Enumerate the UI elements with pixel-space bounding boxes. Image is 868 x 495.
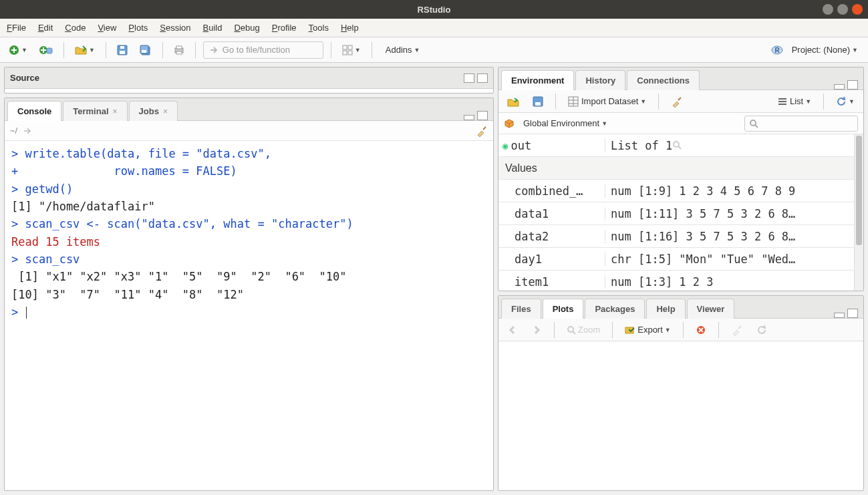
plot-prev-button[interactable] xyxy=(504,321,521,339)
tab-jobs-label: Jobs xyxy=(139,106,159,116)
pane-maximize-button[interactable] xyxy=(477,111,488,120)
svg-line-32 xyxy=(678,146,681,149)
menu-help[interactable]: Help xyxy=(341,23,359,33)
env-var-value: num [1:16] 3 5 7 5 3 2 6 8… xyxy=(605,230,863,243)
tab-viewer[interactable]: Viewer xyxy=(687,299,735,319)
grid-button[interactable]: ▼ xyxy=(339,41,364,59)
window-close-button[interactable] xyxy=(852,4,863,15)
env-var-value: List of 1 xyxy=(611,139,672,152)
menu-session[interactable]: Session xyxy=(160,23,190,33)
env-row[interactable]: combined_…num [1:9] 1 2 3 4 5 6 7 8 9 xyxy=(498,180,863,202)
window-minimize-button[interactable] xyxy=(823,4,833,15)
close-icon[interactable]: × xyxy=(113,107,118,116)
pane-minimize-button[interactable] xyxy=(464,73,474,83)
pane-maximize-button[interactable] xyxy=(847,309,858,318)
console-line: + row.names = FALSE) xyxy=(11,162,486,180)
search-icon[interactable] xyxy=(672,140,682,150)
menu-build[interactable]: Build xyxy=(203,23,223,33)
new-file-button[interactable]: ▼ xyxy=(5,41,31,59)
svg-line-25 xyxy=(678,98,681,100)
environment-scope-dropdown[interactable]: Global Environment ▼ xyxy=(520,115,611,132)
clear-plots-button[interactable] xyxy=(728,321,746,339)
tab-jobs[interactable]: Jobs × xyxy=(129,101,178,121)
console-output[interactable]: > write.table(data, file = "data.csv",+ … xyxy=(5,141,493,490)
export-icon xyxy=(625,325,635,335)
delete-plot-button[interactable] xyxy=(692,321,710,339)
tab-packages[interactable]: Packages xyxy=(585,299,645,319)
share-icon[interactable] xyxy=(23,126,32,136)
addins-button[interactable]: Addins ▼ xyxy=(380,41,426,59)
open-file-button[interactable]: ▼ xyxy=(71,41,98,59)
list-icon xyxy=(778,97,787,106)
tab-files[interactable]: Files xyxy=(501,299,541,319)
tab-history-label: History xyxy=(585,75,615,86)
separator xyxy=(554,322,555,338)
tab-environment[interactable]: Environment xyxy=(501,70,574,90)
new-project-button[interactable] xyxy=(36,41,56,59)
tab-terminal[interactable]: Terminal × xyxy=(63,101,127,121)
expand-icon[interactable]: ◉ xyxy=(502,140,508,151)
global-env-label: Global Environment xyxy=(523,118,599,128)
svg-line-37 xyxy=(738,326,741,329)
tab-help[interactable]: Help xyxy=(646,299,685,319)
env-row[interactable]: data1num [1:11] 3 5 7 5 3 2 6 8… xyxy=(498,202,863,225)
import-dataset-button[interactable]: Import Dataset ▼ xyxy=(565,93,649,110)
load-workspace-button[interactable] xyxy=(504,93,523,110)
menu-profile[interactable]: Profile xyxy=(272,23,297,33)
pane-minimize-button[interactable] xyxy=(834,313,845,318)
environment-search-input[interactable] xyxy=(744,116,858,132)
goto-file-input[interactable]: Go to file/function xyxy=(203,41,323,59)
refresh-plot-button[interactable] xyxy=(753,321,770,339)
svg-rect-13 xyxy=(348,45,352,49)
svg-rect-12 xyxy=(343,45,347,49)
print-button[interactable] xyxy=(170,41,188,59)
tab-connections[interactable]: Connections xyxy=(627,70,700,90)
pane-maximize-button[interactable] xyxy=(847,80,858,90)
menu-file[interactable]: FFileFile xyxy=(7,23,26,33)
pane-maximize-button[interactable] xyxy=(477,73,488,83)
menu-tools[interactable]: Tools xyxy=(309,23,329,33)
clear-workspace-button[interactable] xyxy=(668,93,686,110)
save-button[interactable] xyxy=(114,41,131,59)
scroll-thumb[interactable] xyxy=(856,136,862,245)
tab-history[interactable]: History xyxy=(575,70,625,90)
env-row[interactable]: data2num [1:16] 3 5 7 5 3 2 6 8… xyxy=(498,225,863,248)
menu-debug[interactable]: Debug xyxy=(234,23,259,33)
broom-icon[interactable] xyxy=(476,125,488,137)
window-maximize-button[interactable] xyxy=(837,4,848,15)
console-line: [1] "/home/dataflair" xyxy=(11,198,486,215)
menu-plots[interactable]: Plots xyxy=(128,23,148,33)
menu-code[interactable]: Code xyxy=(65,23,86,33)
menu-view[interactable]: View xyxy=(98,23,116,33)
tab-console-label: Console xyxy=(17,106,51,116)
zoom-icon xyxy=(567,325,576,335)
zoom-button[interactable]: Zoom xyxy=(563,321,603,339)
view-list-button[interactable]: List ▼ xyxy=(774,93,815,110)
close-icon[interactable]: × xyxy=(163,107,168,116)
tab-help-label: Help xyxy=(656,304,675,314)
tab-plots[interactable]: Plots xyxy=(543,299,584,319)
pane-minimize-button[interactable] xyxy=(464,115,474,120)
export-button[interactable]: Export ▼ xyxy=(621,321,674,339)
separator xyxy=(658,94,659,110)
plot-next-button[interactable] xyxy=(528,321,545,339)
console-line: > scan_csv xyxy=(11,251,486,268)
scrollbar[interactable] xyxy=(854,134,863,291)
menu-edit[interactable]: Edit xyxy=(38,23,53,33)
env-row[interactable]: item1num [1:3] 1 2 3 xyxy=(498,271,863,291)
env-row-out[interactable]: ◉out List of 1 xyxy=(498,134,863,157)
tab-files-label: Files xyxy=(511,304,531,314)
env-row[interactable]: day1chr [1:5] "Mon" "Tue" "Wed… xyxy=(498,248,863,271)
save-workspace-button[interactable] xyxy=(529,93,547,110)
tab-console[interactable]: Console xyxy=(7,101,61,121)
pane-minimize-button[interactable] xyxy=(834,84,845,90)
env-var-name: item1 xyxy=(498,275,605,289)
console-pane: Console Terminal × Jobs × ~/ xyxy=(4,98,494,491)
grid-import-icon xyxy=(568,96,579,107)
svg-line-34 xyxy=(573,331,575,334)
save-all-button[interactable] xyxy=(136,41,155,59)
project-menu[interactable]: Project: (None) ▼ xyxy=(787,41,863,59)
svg-rect-11 xyxy=(176,51,182,54)
refresh-button[interactable]: ▼ xyxy=(833,93,858,110)
tab-viewer-label: Viewer xyxy=(697,304,725,314)
